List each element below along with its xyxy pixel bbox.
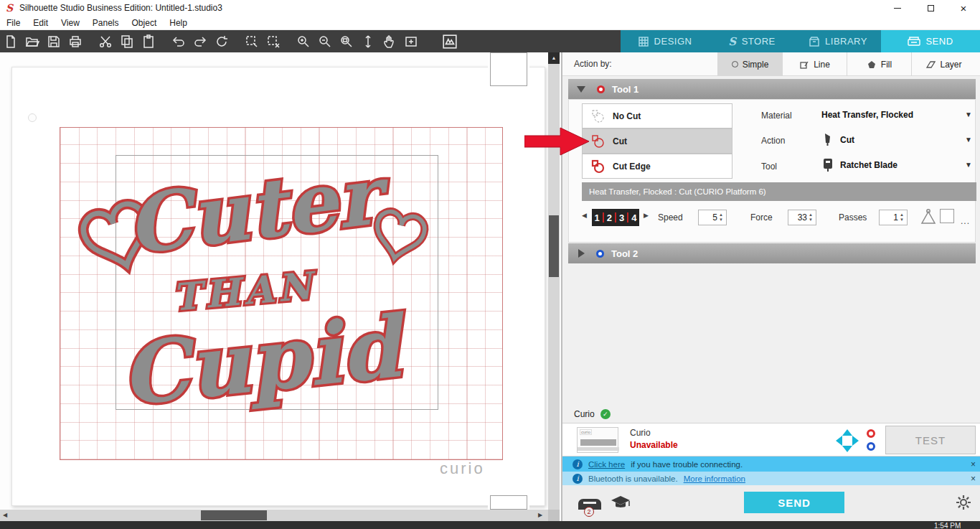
canvas-area[interactable]: Cuter THAN Cupid curio ▲ ◀ ▶	[0, 52, 561, 521]
window-title: Silhouette Studio Business Edition: Unti…	[19, 3, 222, 13]
select-all-button[interactable]	[241, 32, 263, 52]
blade-increase-icon[interactable]: ▶	[644, 212, 649, 219]
menu-panels[interactable]: Panels	[86, 18, 126, 28]
zoom-out-button[interactable]	[314, 32, 336, 52]
print-button[interactable]	[65, 32, 86, 52]
refresh-button[interactable]	[211, 32, 232, 52]
action-by-segments: Simple Line Fill Layer	[717, 52, 976, 76]
menu-help[interactable]: Help	[163, 18, 194, 28]
force-stepper[interactable]: 33 ▲▼	[788, 210, 816, 225]
cutting-mat-page[interactable]: Cuter THAN Cupid curio	[11, 67, 545, 506]
speed-label: Speed	[658, 212, 683, 223]
device-thumbnail: curio	[577, 427, 618, 453]
tab-store[interactable]: S STORE	[709, 30, 795, 52]
cut-button[interactable]: Cut	[582, 128, 732, 154]
save-button[interactable]	[43, 32, 65, 52]
test-button[interactable]: TEST	[885, 426, 976, 454]
scroll-left-icon[interactable]: ◀	[3, 510, 7, 521]
blade-decrease-icon[interactable]: ◀	[582, 212, 587, 219]
mat-hole	[28, 113, 37, 122]
color-swatch[interactable]	[940, 209, 954, 223]
design-artwork[interactable]: Cuter THAN Cupid	[62, 145, 464, 432]
info-icon: i	[573, 459, 583, 469]
copy-button[interactable]	[116, 32, 138, 52]
tool2-header[interactable]: Tool 2	[568, 243, 976, 263]
connection-help-link[interactable]: Click here	[588, 460, 625, 469]
close-button[interactable]: ×	[947, 0, 980, 16]
zoom-in-button[interactable]	[293, 32, 314, 52]
tab-library-label: LIBRARY	[825, 36, 867, 47]
no-cut-label: No Cut	[613, 111, 641, 121]
passes-stepper[interactable]: 1 ▲▼	[879, 210, 908, 225]
dismiss-notification-icon[interactable]: ×	[971, 474, 976, 484]
scroll-corner	[548, 510, 560, 521]
tool2-position-radio[interactable]	[867, 442, 875, 451]
test-cut-shape-icon[interactable]	[919, 207, 938, 226]
registration-marks-button[interactable]	[439, 32, 461, 52]
new-document-button[interactable]	[0, 32, 22, 52]
tab-store-label: STORE	[742, 36, 776, 47]
spin-down-icon[interactable]: ▼	[900, 217, 904, 223]
menu-object[interactable]: Object	[126, 18, 164, 28]
tool-dropdown[interactable]: Ratchet Blade ▼	[816, 153, 978, 177]
page-thumbnail-bottom	[490, 495, 527, 510]
fit-to-window-button[interactable]	[400, 32, 422, 52]
horizontal-scrollbar[interactable]: ◀ ▶	[0, 510, 548, 521]
paste-icon	[141, 34, 156, 49]
menu-file[interactable]: File	[0, 18, 27, 28]
cut-button-toolbar[interactable]	[95, 32, 116, 52]
refresh-icon	[215, 34, 229, 49]
settings-gear-icon[interactable]	[956, 495, 971, 510]
drag-zoom-button[interactable]	[357, 32, 379, 52]
minimize-button[interactable]	[881, 0, 914, 16]
blade-digit: 4	[631, 212, 636, 223]
vertical-scrollbar[interactable]: ▲	[548, 52, 560, 510]
blade-depth-display[interactable]: 1234	[592, 209, 639, 226]
material-dropdown[interactable]: Heat Transfer, Flocked ▼	[816, 103, 978, 126]
speed-stepper[interactable]: 5 ▲▼	[698, 210, 727, 225]
tab-send[interactable]: SEND	[881, 30, 980, 52]
spin-up-icon[interactable]: ▲	[719, 212, 723, 217]
tool1-header[interactable]: Tool 1	[568, 79, 976, 99]
scroll-up-icon[interactable]: ▲	[548, 52, 560, 64]
select-all-icon	[245, 34, 259, 49]
action-dropdown[interactable]: Cut ▼	[816, 128, 978, 151]
menu-edit[interactable]: Edit	[27, 18, 55, 28]
action-mode-simple[interactable]: Simple	[717, 52, 782, 76]
send-button[interactable]: SEND	[744, 492, 844, 513]
no-cut-button[interactable]: No Cut	[582, 103, 732, 128]
open-button[interactable]	[22, 32, 43, 52]
scissors-icon	[98, 34, 113, 49]
jog-pad-icon[interactable]	[834, 428, 861, 454]
paste-button[interactable]	[138, 32, 159, 52]
action-by-row: Action by: Simple Line Fill Layer	[562, 52, 980, 76]
action-mode-fill[interactable]: Fill	[847, 52, 911, 76]
redo-button[interactable]	[189, 32, 211, 52]
tutorials-cap-icon[interactable]	[610, 495, 631, 511]
action-mode-line[interactable]: Line	[782, 52, 847, 76]
spin-down-icon[interactable]: ▼	[719, 217, 723, 223]
scroll-right-icon[interactable]: ▶	[538, 510, 542, 521]
tab-library[interactable]: LIBRARY	[795, 30, 881, 52]
spin-down-icon[interactable]: ▼	[809, 217, 813, 223]
action-mode-layer[interactable]: Layer	[911, 52, 976, 76]
tab-design[interactable]: DESIGN	[621, 30, 709, 52]
menu-view[interactable]: View	[55, 18, 86, 28]
cut-edge-button[interactable]: Cut Edge	[582, 154, 732, 179]
material-value: Heat Transfer, Flocked	[821, 110, 913, 120]
spin-up-icon[interactable]: ▲	[900, 212, 904, 217]
tool1-position-radio[interactable]	[867, 429, 875, 438]
collapse-icon	[577, 86, 585, 93]
pan-button[interactable]	[379, 32, 400, 52]
undo-button[interactable]	[168, 32, 189, 52]
vertical-scroll-thumb[interactable]	[549, 215, 559, 277]
more-options[interactable]: ...	[961, 216, 970, 226]
zoom-selection-button[interactable]	[336, 32, 357, 52]
spin-up-icon[interactable]: ▲	[809, 212, 813, 217]
dismiss-notification-icon[interactable]: ×	[971, 459, 976, 469]
maximize-button[interactable]	[914, 0, 947, 16]
deselect-button[interactable]	[263, 32, 284, 52]
blade-icon	[821, 133, 834, 146]
bluetooth-more-info-link[interactable]: More information	[684, 474, 745, 483]
horizontal-scroll-thumb[interactable]	[201, 510, 267, 520]
